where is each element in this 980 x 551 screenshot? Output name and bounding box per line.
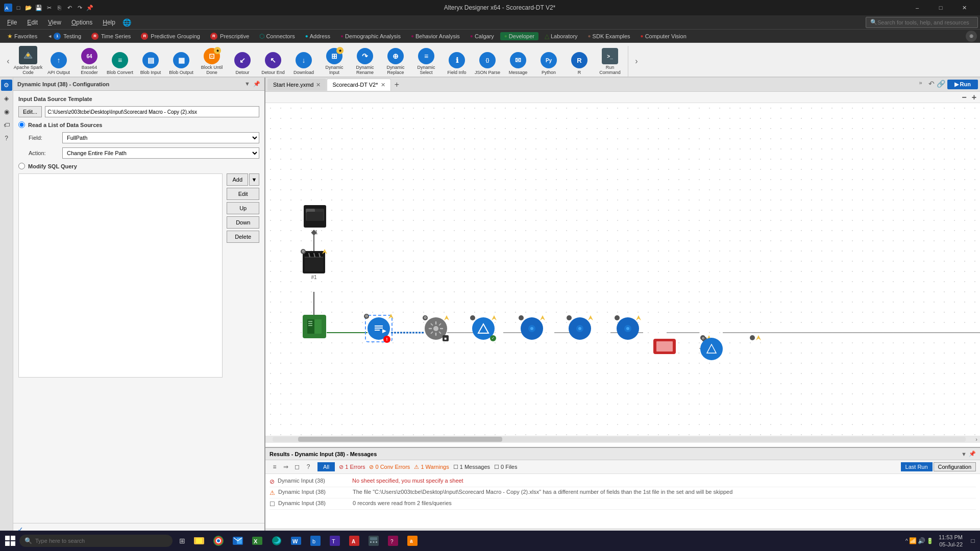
workflow-node-10[interactable] <box>653 339 676 354</box>
scroll-thumb[interactable] <box>298 437 502 442</box>
results-icon-2[interactable]: ⇒ <box>281 462 291 472</box>
redo-icon[interactable]: ↷ <box>76 4 84 12</box>
sidebar-help-button[interactable]: ? <box>1 133 12 144</box>
sidebar-tags-button[interactable]: 🏷 <box>1 119 12 131</box>
taskbar-app-word[interactable]: W <box>287 534 305 548</box>
results-pin-icon[interactable]: 📌 <box>969 450 976 457</box>
fav-behavior[interactable]: ● Behavior Analysis <box>407 32 464 40</box>
tool-blob-input[interactable]: ▤ Blob Input <box>136 46 165 77</box>
menu-file[interactable]: File <box>2 17 22 28</box>
tray-volume[interactable]: 🔊 <box>918 537 925 544</box>
taskbar-search-bar[interactable]: 🔍 <box>19 535 173 547</box>
tab-scorecard[interactable]: Scorecard-DT V2* ✕ <box>327 79 390 91</box>
menu-options[interactable]: Options <box>66 17 97 28</box>
taskbar-app-explorer[interactable] <box>190 534 208 548</box>
fav-timeseries[interactable]: R Time Series <box>87 32 135 41</box>
zoom-plus-button[interactable]: + <box>970 93 978 102</box>
workflow-node-3[interactable] <box>303 315 326 338</box>
tool-field-info[interactable]: ℹ Field Info <box>442 46 472 77</box>
results-lastrun-button[interactable]: Last Run <box>901 462 933 471</box>
results-collapse-icon[interactable]: ▼ <box>961 451 967 457</box>
language-globe-icon[interactable]: 🌐 <box>122 18 131 27</box>
workflow-node-8[interactable] <box>569 317 591 340</box>
fav-developer[interactable]: ● Developer <box>500 32 538 40</box>
tab-add-button[interactable]: + <box>391 79 403 90</box>
taskbar-app-excel[interactable]: X <box>248 534 266 548</box>
tool-block-until-done[interactable]: ⊡ ★ Block UntilDone <box>197 46 227 77</box>
sidebar-workflow-button[interactable]: ◈ <box>1 93 12 104</box>
workflow-node-9[interactable] <box>617 317 639 340</box>
canvas-inner[interactable]: #1 ⚙ #1 <box>265 103 980 436</box>
taskbar-search-input[interactable] <box>35 538 167 544</box>
tab-scorecard-close[interactable]: ✕ <box>381 82 385 88</box>
scroll-right-arrow[interactable]: › <box>973 436 980 443</box>
menu-help[interactable]: Help <box>97 17 120 28</box>
tool-dynamic-replace[interactable]: ⊕ DynamicReplace <box>381 46 410 77</box>
tray-network[interactable]: 📶 <box>909 537 917 544</box>
fav-demographic[interactable]: ● Demographic Analysis <box>336 32 405 40</box>
minimize-button[interactable]: – <box>905 0 929 15</box>
tab-start-here[interactable]: Start Here.yxmd ✕ <box>267 79 326 91</box>
workflow-node-dynamic-input[interactable]: ⚙ ! <box>365 315 393 342</box>
field-select[interactable]: FullPath <box>62 132 259 143</box>
delete-button[interactable]: Delete <box>227 231 259 243</box>
fav-favorites[interactable]: ★ Favorites <box>3 32 41 41</box>
workflow-node-2[interactable]: ⚙ #1 <box>303 251 325 280</box>
taskbar-multitask-icon[interactable]: ⊞ <box>176 534 189 548</box>
edit-button[interactable]: Edit... <box>18 106 42 117</box>
taskbar-app-amazon[interactable]: a <box>403 534 422 548</box>
radio-sql[interactable] <box>18 163 25 169</box>
taskbar-clock[interactable]: 11:53 PM 05-Jul-22 <box>935 534 967 548</box>
tool-detour-end[interactable]: ↖ Detour End <box>258 46 288 77</box>
filepath-input[interactable] <box>45 106 259 117</box>
tool-base64[interactable]: 64 Base64Encoder <box>75 46 104 77</box>
fav-calgary[interactable]: ● Calgary <box>466 32 498 40</box>
fav-sdk[interactable]: ● SDK Examples <box>584 32 634 40</box>
taskbar-app-chrome[interactable] <box>209 534 228 548</box>
tool-api-output[interactable]: ↑ API Output <box>44 46 74 77</box>
edit-list-button[interactable]: Edit <box>227 188 259 200</box>
tab-start-here-close[interactable]: ✕ <box>316 82 321 88</box>
tab-nav-link[interactable]: 🔗 <box>937 80 945 89</box>
search-input[interactable] <box>877 19 973 26</box>
maximize-button[interactable]: □ <box>929 0 952 15</box>
notification-area[interactable]: □ <box>968 534 978 548</box>
tool-message[interactable]: ✉ Message <box>503 46 533 77</box>
new-icon[interactable]: □ <box>14 4 22 12</box>
fav-computervision[interactable]: ● Computer Vision <box>636 32 691 40</box>
up-button[interactable]: Up <box>227 202 259 214</box>
taskbar-app-unknown[interactable]: ? <box>384 534 402 548</box>
results-tab-all[interactable]: All <box>317 462 335 471</box>
fav-connectors[interactable]: ⬡ Connectors <box>255 32 299 41</box>
canvas-hscrollbar[interactable]: › <box>265 436 980 443</box>
results-icon-4[interactable]: ? <box>303 462 313 472</box>
radio-read[interactable] <box>18 121 25 128</box>
tray-battery[interactable]: 🔋 <box>926 538 934 544</box>
tool-r[interactable]: R R <box>565 46 594 77</box>
tool-json-parse[interactable]: {} JSON Parse <box>473 46 502 77</box>
run-button[interactable]: ▶ Run <box>947 80 978 89</box>
node-triangle-far[interactable] <box>700 338 723 360</box>
add-button[interactable]: Add <box>227 173 248 186</box>
search-bar[interactable]: 🔍 <box>866 17 978 28</box>
tool-run-command[interactable]: >_ RunCommand <box>595 46 625 77</box>
down-button[interactable]: Down <box>227 216 259 229</box>
copy-icon[interactable]: ⎘ <box>55 4 63 12</box>
tray-arrow[interactable]: ^ <box>905 538 908 544</box>
toolbar-nav-left[interactable]: ‹ <box>3 46 13 77</box>
taskbar-app-outlook[interactable] <box>229 534 247 548</box>
undo-icon[interactable]: ↶ <box>65 4 74 12</box>
tool-dynamic-rename[interactable]: ↷ DynamicRename <box>350 46 380 77</box>
results-configuration-button[interactable]: Configuration <box>934 462 976 471</box>
open-icon[interactable]: 📂 <box>24 4 33 12</box>
pin-icon[interactable]: 📌 <box>86 4 94 12</box>
tool-blob-convert[interactable]: ≡ Blob Convert <box>105 46 135 77</box>
workflow-node-7[interactable] <box>521 317 543 340</box>
panel-dropdown-icon[interactable]: ▼ <box>244 81 250 87</box>
fav-testing[interactable]: ◄ 1 Testing <box>43 32 85 41</box>
fav-predictive[interactable]: R Predictive Grouping <box>137 32 204 41</box>
fav-more-button[interactable]: ⊕ <box>966 31 977 42</box>
results-icon-3[interactable]: ◻ <box>292 462 302 472</box>
workflow-node-5[interactable]: ⚙ ■ <box>425 317 447 340</box>
panel-pin-icon[interactable]: 📌 <box>253 81 260 87</box>
